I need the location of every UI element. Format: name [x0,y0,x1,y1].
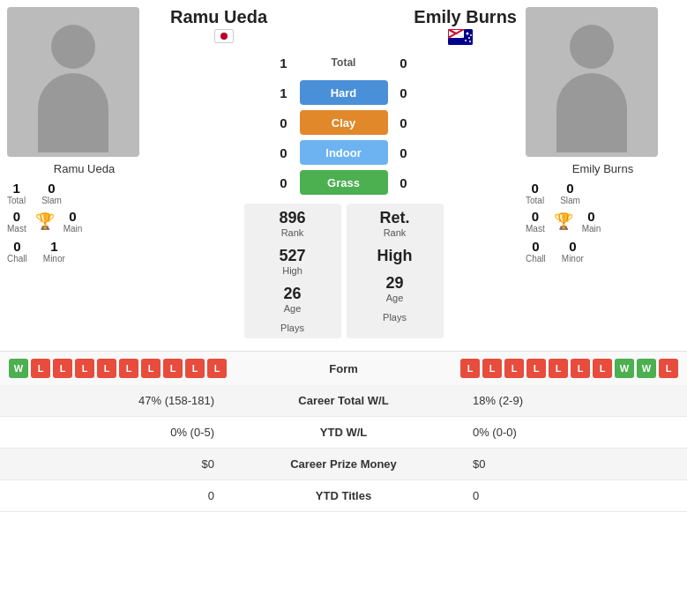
left-high-val: 527 [279,247,305,265]
stat-left-val: 47% (158-181) [0,385,227,417]
stat-center-label: Career Prize Money [227,449,460,480]
left-slam-val: 0 [48,181,55,196]
left-chall-stat: 0 Chall [7,239,27,263]
right-form-badge: L [460,359,480,378]
right-form-badge: L [549,359,568,378]
right-chall-stat: 0 Chall [526,239,546,263]
stat-right-val: 0 [460,480,687,512]
left-form-badges: WLLLLLLLLL [9,359,300,378]
left-rank-val: 896 [279,209,305,227]
left-scores: 1 1 0 0 0 [272,50,296,195]
right-name-header: Emily Burns [414,7,517,27]
right-age-val: 29 [385,274,403,293]
right-player-name: Emily Burns [526,162,680,175]
right-stats-row3: 0 Chall 0 Minor [526,239,680,263]
right-avatar-body [556,73,627,152]
au-flag-svg [448,29,473,45]
right-main-val: 0 [587,209,594,224]
left-minor-val: 1 [50,239,57,254]
left-flag [214,29,234,43]
left-mast-stat: 0 Mast [7,209,26,234]
right-rank-label: Rank [384,227,407,238]
stat-left-val: 0 [0,480,227,512]
right-high-val: High [377,247,413,265]
left-form-badge: L [31,359,50,378]
right-avatar [526,7,658,157]
right-main-stat: 0 Main [582,209,601,234]
left-stats-row2: 0 Mast 🏆 0 Main [7,209,161,234]
right-slam-label: Slam [560,196,580,205]
left-mast-label: Mast [7,224,26,234]
right-slam-val: 0 [566,181,573,196]
right-hard-score: 0 [392,80,416,105]
left-stats-row3: 0 Chall 1 Minor [7,239,161,263]
left-rank-label: Rank [281,227,304,238]
form-section: WLLLLLLLLL Form LLLLLLLWWL [0,351,687,385]
stats-row: 47% (158-181) Career Total W/L 18% (2-9) [0,385,687,417]
right-avatar-head [570,25,614,69]
right-mast-stat: 0 Mast [526,209,545,234]
right-minor-val: 0 [569,239,576,254]
stats-row: 0 YTD Titles 0 [0,480,687,512]
svg-point-7 [467,33,469,35]
stats-table: 47% (158-181) Career Total W/L 18% (2-9)… [0,385,687,512]
right-form-badge: L [659,359,678,378]
left-form-badge: L [207,359,227,378]
right-form-badge: W [637,359,656,378]
right-minor-label: Minor [562,254,584,263]
left-total-val: 1 [12,181,19,196]
right-form-badge: L [526,359,546,378]
left-plays-label: Plays [280,323,304,333]
right-total-val: 0 [531,181,538,196]
indoor-btn: Indoor [300,140,388,165]
left-main-val: 0 [69,209,76,224]
svg-point-10 [469,41,471,42]
left-indoor-score: 0 [272,140,296,165]
stats-row: 0% (0-5) YTD W/L 0% (0-0) [0,417,687,449]
right-form-badge: L [482,359,502,378]
stat-left-val: $0 [0,449,227,480]
left-chall-val: 0 [13,239,20,254]
stat-right-val: 0% (0-0) [460,417,687,449]
left-clay-score: 0 [272,110,296,135]
right-scores: 0 0 0 0 0 [392,50,416,195]
left-total-stat: 1 Total [7,181,26,205]
left-form-badge: L [163,359,183,378]
left-name-header: Ramu Ueda [170,7,267,27]
grass-btn: Grass [300,170,388,195]
right-minor-stat: 0 Minor [562,239,584,263]
left-total-label: Total [7,196,26,205]
stat-left-val: 0% (0-5) [0,417,227,449]
left-form-badge: L [141,359,161,378]
form-label: Form [300,362,388,375]
left-player-section: Ramu Ueda 1 Total 0 Slam 0 Mast 🏆 0 [7,7,161,338]
right-mast-val: 0 [532,209,539,224]
right-grass-score: 0 [392,170,416,195]
left-chall-label: Chall [7,254,27,263]
left-minor-stat: 1 Minor [43,239,65,263]
right-chall-val: 0 [532,239,539,254]
left-total-score: 1 [272,50,296,75]
center-section: Ramu Ueda Emily Burns [161,7,526,338]
right-form-badge: L [571,359,590,378]
right-chall-label: Chall [526,254,546,263]
right-form-badges: LLLLLLLWWL [388,359,679,378]
right-form-badge: L [593,359,612,378]
right-rank-val: Ret. [379,209,409,227]
stat-center-label: YTD Titles [227,480,460,512]
right-trophy-icon: 🏆 [554,212,573,231]
svg-point-9 [465,40,467,41]
surfaces-col: Total Hard Clay Indoor Grass [300,50,388,195]
left-slam-stat: 0 Slam [41,181,62,205]
stat-panels: 896 Rank 527 High 26 Age Plays Ret. Rank [161,204,526,338]
left-avatar-body [38,73,108,152]
right-clay-score: 0 [392,110,416,135]
left-age-label: Age [284,303,302,314]
right-stat-panel: Ret. Rank High 29 Age Plays [347,204,444,338]
right-stats-row2: 0 Mast 🏆 0 Main [526,209,680,234]
left-avatar [7,7,139,157]
main-layout: Ramu Ueda 1 Total 0 Slam 0 Mast 🏆 0 [0,0,687,345]
left-mast-val: 0 [13,209,20,224]
left-high-label: High [282,265,302,276]
right-mast-label: Mast [526,224,545,234]
